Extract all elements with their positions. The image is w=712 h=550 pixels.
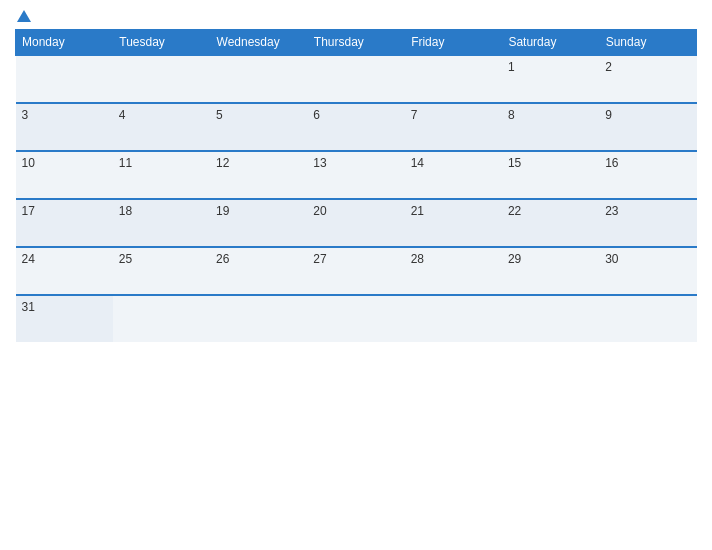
day-number: 4 (119, 108, 126, 122)
week-row-5: 31 (16, 295, 697, 342)
calendar-cell: 8 (502, 103, 599, 151)
day-number: 27 (313, 252, 326, 266)
day-number: 26 (216, 252, 229, 266)
day-number: 24 (22, 252, 35, 266)
calendar-cell: 30 (599, 247, 696, 295)
calendar-thead: MondayTuesdayWednesdayThursdayFridaySatu… (16, 30, 697, 56)
calendar-body: 1234567891011121314151617181920212223242… (16, 55, 697, 342)
calendar-cell: 12 (210, 151, 307, 199)
day-number: 25 (119, 252, 132, 266)
day-number: 31 (22, 300, 35, 314)
calendar-cell: 20 (307, 199, 404, 247)
day-number: 6 (313, 108, 320, 122)
calendar-cell (405, 55, 502, 103)
calendar-cell: 5 (210, 103, 307, 151)
week-row-4: 24252627282930 (16, 247, 697, 295)
day-number: 17 (22, 204, 35, 218)
day-number: 5 (216, 108, 223, 122)
calendar-cell: 16 (599, 151, 696, 199)
calendar-cell: 3 (16, 103, 113, 151)
week-row-1: 3456789 (16, 103, 697, 151)
day-number: 23 (605, 204, 618, 218)
calendar-header (15, 10, 697, 21)
calendar-cell (599, 295, 696, 342)
calendar-cell: 26 (210, 247, 307, 295)
day-number: 8 (508, 108, 515, 122)
day-number: 12 (216, 156, 229, 170)
day-number: 10 (22, 156, 35, 170)
calendar-cell (502, 295, 599, 342)
calendar-cell (113, 55, 210, 103)
calendar-cell: 13 (307, 151, 404, 199)
calendar-cell: 23 (599, 199, 696, 247)
calendar-cell: 11 (113, 151, 210, 199)
day-number: 7 (411, 108, 418, 122)
calendar-cell (405, 295, 502, 342)
calendar-cell (16, 55, 113, 103)
weekday-header-sunday: Sunday (599, 30, 696, 56)
calendar-cell: 15 (502, 151, 599, 199)
calendar-cell (210, 295, 307, 342)
calendar-cell: 22 (502, 199, 599, 247)
weekday-header-friday: Friday (405, 30, 502, 56)
day-number: 14 (411, 156, 424, 170)
day-number: 21 (411, 204, 424, 218)
day-number: 9 (605, 108, 612, 122)
weekday-header-row: MondayTuesdayWednesdayThursdayFridaySatu… (16, 30, 697, 56)
day-number: 2 (605, 60, 612, 74)
calendar-cell: 7 (405, 103, 502, 151)
calendar-cell (210, 55, 307, 103)
calendar-cell: 28 (405, 247, 502, 295)
calendar-cell: 31 (16, 295, 113, 342)
calendar-cell: 29 (502, 247, 599, 295)
calendar-container: MondayTuesdayWednesdayThursdayFridaySatu… (0, 0, 712, 550)
calendar-cell (113, 295, 210, 342)
day-number: 28 (411, 252, 424, 266)
logo-triangle-icon (17, 10, 31, 22)
calendar-cell: 21 (405, 199, 502, 247)
calendar-cell: 27 (307, 247, 404, 295)
calendar-cell: 25 (113, 247, 210, 295)
weekday-header-saturday: Saturday (502, 30, 599, 56)
day-number: 19 (216, 204, 229, 218)
calendar-cell: 19 (210, 199, 307, 247)
calendar-cell (307, 55, 404, 103)
calendar-cell: 9 (599, 103, 696, 151)
day-number: 18 (119, 204, 132, 218)
weekday-header-thursday: Thursday (307, 30, 404, 56)
week-row-3: 17181920212223 (16, 199, 697, 247)
calendar-cell: 4 (113, 103, 210, 151)
day-number: 29 (508, 252, 521, 266)
day-number: 22 (508, 204, 521, 218)
calendar-cell: 18 (113, 199, 210, 247)
day-number: 30 (605, 252, 618, 266)
logo (15, 10, 31, 21)
weekday-header-monday: Monday (16, 30, 113, 56)
day-number: 16 (605, 156, 618, 170)
calendar-cell: 6 (307, 103, 404, 151)
day-number: 13 (313, 156, 326, 170)
calendar-cell: 1 (502, 55, 599, 103)
calendar-table: MondayTuesdayWednesdayThursdayFridaySatu… (15, 29, 697, 342)
week-row-0: 12 (16, 55, 697, 103)
day-number: 3 (22, 108, 29, 122)
day-number: 11 (119, 156, 132, 170)
weekday-header-wednesday: Wednesday (210, 30, 307, 56)
day-number: 15 (508, 156, 521, 170)
calendar-cell: 14 (405, 151, 502, 199)
calendar-cell: 24 (16, 247, 113, 295)
calendar-cell: 2 (599, 55, 696, 103)
calendar-cell (307, 295, 404, 342)
week-row-2: 10111213141516 (16, 151, 697, 199)
weekday-header-tuesday: Tuesday (113, 30, 210, 56)
calendar-cell: 10 (16, 151, 113, 199)
calendar-cell: 17 (16, 199, 113, 247)
day-number: 20 (313, 204, 326, 218)
day-number: 1 (508, 60, 515, 74)
